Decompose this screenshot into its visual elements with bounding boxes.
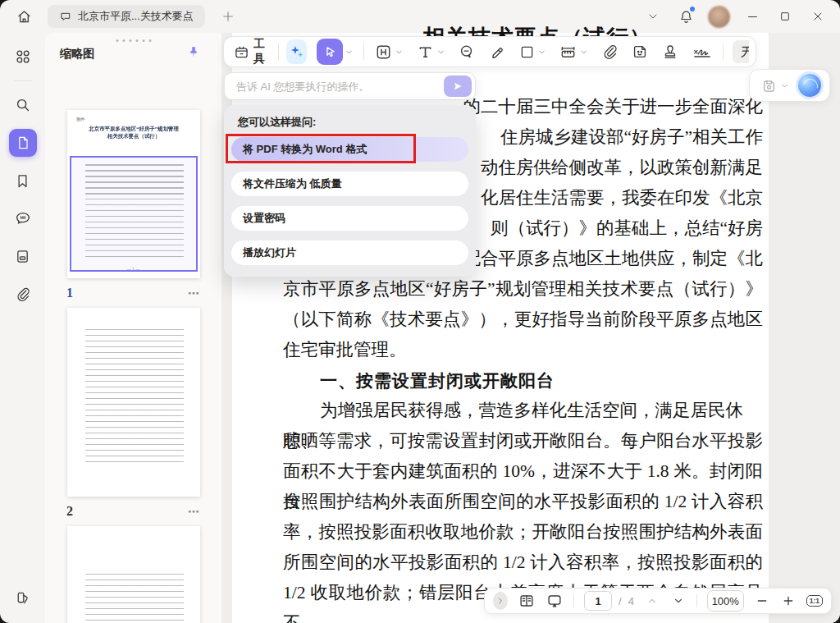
ai-send-button[interactable] (444, 76, 472, 97)
theme-button[interactable] (9, 584, 37, 612)
tools-button[interactable]: 工具 (231, 36, 271, 67)
document-tab[interactable]: 北京市平原...关技术要点 (48, 5, 205, 28)
chevron-down-icon (673, 595, 684, 607)
pin-icon (186, 45, 201, 60)
home-button[interactable] (13, 6, 34, 27)
sidebar-item-comments[interactable] (9, 204, 37, 232)
new-tab-button[interactable] (218, 7, 238, 26)
next-page-button[interactable] (670, 591, 687, 611)
titlebar-right (642, 6, 840, 28)
chevron-up-icon (646, 595, 658, 607)
signature-icon (692, 43, 713, 61)
send-icon (452, 80, 463, 92)
stamp-button[interactable] (659, 41, 682, 62)
save-button[interactable] (758, 76, 792, 96)
document-text-line: 面积不大于套内建筑面积的 10%，进深不大于 1.8 米。封闭阳台 (283, 456, 763, 487)
actual-size-button[interactable]: 1:1 (806, 591, 823, 611)
document-text-line: 按照围护结构外表面所围空间的水平投影面积的 1/2 计入容积 (283, 487, 763, 517)
measure-tool-button[interactable] (556, 41, 591, 63)
document-text-line: （以下简称《技术要点》），更好指导当前阶段平原多点地区 (283, 305, 763, 335)
sidebar-item-annotations[interactable] (9, 242, 37, 270)
pen-tool-button[interactable] (486, 41, 509, 62)
thumbnail-page-1[interactable]: 附件 北京市平原多点地区“好房子”规划管理 相关技术要点（试行） — 1 — (67, 110, 200, 278)
minimize-icon (746, 10, 760, 24)
zoom-level-display[interactable]: 100% (707, 590, 744, 612)
document-tab-label: 北京市平原...关技术要点 (78, 9, 194, 24)
reading-mode-button[interactable] (518, 591, 536, 611)
tools-box-icon (233, 44, 250, 61)
ruler-icon (559, 43, 578, 62)
thumb1-page-number: 1 (66, 286, 73, 300)
document-text-line: 率，按照投影面积收取地价款；开敞阳台按照围护结构外表面 (283, 517, 763, 547)
toolbar-divider (723, 44, 724, 60)
presentation-mode-button[interactable] (546, 591, 564, 611)
comment-tool-button[interactable] (455, 41, 478, 62)
thumbnail-list[interactable]: 附件 北京市平原多点地区“好房子”规划管理 相关技术要点（试行） — 1 — 1… (45, 69, 221, 623)
ai-input-row (224, 72, 476, 100)
title-bar: 北京市平原...关技术要点 (0, 0, 840, 33)
panel-drag-handle[interactable] (116, 39, 151, 42)
tools-button-label: 工具 (253, 37, 268, 66)
theme-swatch-icon (14, 589, 31, 607)
chevron-down-icon (345, 48, 354, 57)
document-text-line: 所围空间的水平投影面积的 1/2 计入容积率，按照投影面积的 (283, 547, 763, 578)
overflow-tool-button[interactable] (733, 40, 749, 63)
plus-icon (221, 9, 235, 24)
ai-sparkle-button[interactable] (286, 39, 307, 64)
sidebar-item-bookmarks[interactable] (9, 167, 37, 195)
thumb2-text-preview (85, 329, 184, 464)
thumbnail-panel: 缩略图 附件 北京市平原多点地区“好房子”规划管理 相关技术要点（试行） — 1… (45, 33, 221, 623)
sticker-smiley-icon (631, 43, 649, 61)
bottom-toolbar: 1 / 4 100% 1:1 (484, 588, 832, 614)
thumb2-more-button[interactable]: ⋯ (188, 505, 200, 518)
document-text-line: 为增强居民获得感，营造多样化生活空间，满足居民休憩、 (283, 396, 763, 426)
chevron-down-icon (579, 48, 588, 57)
attach-file-button[interactable] (598, 41, 621, 62)
sticker-button[interactable] (628, 41, 651, 62)
page-number-input[interactable]: 1 (584, 591, 612, 611)
cursor-arrow-icon (317, 39, 343, 65)
zoom-out-button[interactable] (754, 591, 770, 611)
previous-page-button[interactable] (644, 591, 660, 611)
main-toolbar: 工具 (223, 36, 756, 67)
sidebar-item-apps[interactable] (9, 43, 37, 71)
maximize-button[interactable] (774, 6, 796, 27)
notifications-button[interactable] (675, 6, 696, 27)
thumb2-caption-row: 2 ⋯ (62, 497, 205, 526)
ai-suggestion-3[interactable]: 设置密码 (231, 206, 468, 231)
text-tool-button[interactable] (413, 41, 448, 63)
ai-suggestion-1[interactable]: 将 PDF 转换为 Word 格式 (231, 137, 468, 162)
avatar[interactable] (708, 6, 730, 28)
pin-panel-button[interactable] (184, 43, 203, 62)
ai-command-input[interactable] (235, 80, 444, 94)
sidebar-item-thumbnails[interactable] (9, 129, 37, 157)
page-total: 4 (628, 595, 634, 607)
thumbnail-page-2[interactable] (67, 308, 200, 497)
maximize-icon (778, 10, 792, 23)
ai-suggestion-4[interactable]: 播放幻灯片 (231, 240, 468, 265)
toolbar-divider (278, 44, 279, 60)
stamp-icon (661, 43, 679, 61)
select-tool-button[interactable] (314, 37, 356, 66)
sidebar-item-search[interactable] (9, 91, 37, 119)
document-area: 相关技术要点（试行） 的二十届三中全会关于进一步全面深化住房城乡建设部“好房子”… (221, 33, 840, 623)
signature-button[interactable] (689, 41, 715, 62)
page-separator: / (619, 595, 622, 607)
document-text-line: 晾晒等需求，可按需设置封闭或开敞阳台。每户阳台水平投影 (283, 426, 763, 456)
presentation-screen-icon (546, 592, 564, 610)
sidebar-divider (14, 80, 32, 81)
shapes-tool-button[interactable] (516, 42, 549, 62)
edit-heading-button[interactable] (372, 41, 406, 63)
viewport-indicator[interactable] (70, 156, 198, 272)
ai-suggestion-2[interactable]: 将文件压缩为 低质量 (231, 172, 468, 196)
comment-tool-icon (458, 43, 476, 61)
plus-icon (782, 594, 795, 607)
sidebar-item-attachments[interactable] (9, 280, 37, 308)
minimize-button[interactable] (742, 6, 763, 27)
thumbnail-page-3[interactable] (67, 526, 200, 623)
ai-orb-button[interactable] (798, 74, 821, 97)
zoom-in-button[interactable] (780, 591, 797, 611)
close-button[interactable] (807, 6, 829, 27)
collapse-bottom-bar-button[interactable] (493, 592, 508, 610)
thumb1-more-button[interactable]: ⋯ (188, 286, 200, 300)
